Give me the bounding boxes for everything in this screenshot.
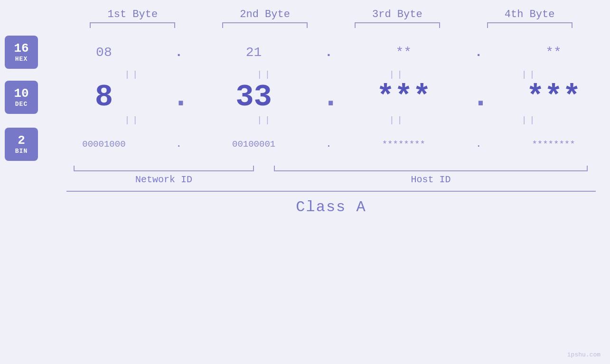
eq1-b1: ||	[85, 70, 180, 79]
dec-dot3: .	[471, 80, 486, 114]
bin-values: 00001000 . 00100001 . ******** . *******…	[38, 139, 610, 149]
hex-row: 16 HEX 08 . 21 . ** . **	[0, 36, 610, 69]
bin-row: 2 BIN 00001000 . 00100001 . ******** . *…	[0, 128, 610, 161]
hex-b1: 08	[59, 45, 149, 60]
hex-b2: 21	[209, 45, 299, 60]
hex-dot3: .	[471, 45, 486, 60]
equals-row-1: || || || ||	[0, 70, 610, 79]
eq2-b3: ||	[350, 115, 445, 125]
eq2-b2: ||	[217, 115, 312, 125]
bracket3	[350, 22, 445, 28]
network-bracket-line	[74, 166, 254, 171]
dec-badge-number: 10	[14, 87, 28, 101]
watermark: ipshu.com	[567, 351, 601, 358]
bracket3-line	[355, 22, 440, 28]
dec-row: 10 DEC 8 . 33 . *** . ***	[0, 80, 610, 114]
byte1-header: 1st Byte	[85, 9, 180, 20]
bin-b1: 00001000	[59, 139, 149, 149]
network-id-bracket: Network ID	[62, 166, 266, 185]
bin-b4: ********	[508, 139, 599, 149]
class-line	[66, 191, 596, 192]
dec-b4: ***	[508, 80, 599, 114]
dec-b2: 33	[209, 80, 299, 114]
eq1-b3: ||	[350, 70, 445, 79]
bin-b3: ********	[358, 139, 449, 149]
network-id-label: Network ID	[135, 174, 192, 185]
eq2-b4: ||	[482, 115, 577, 125]
class-label: Class A	[66, 198, 596, 216]
bracket2-line	[222, 22, 308, 28]
hex-b4: **	[508, 45, 599, 60]
class-footer: Class A	[0, 191, 610, 216]
top-brackets	[0, 22, 610, 28]
bottom-brackets-container: Network ID Host ID	[0, 166, 610, 185]
bracket4	[482, 22, 577, 28]
byte4-header: 4th Byte	[482, 9, 577, 20]
eq2-b1: ||	[85, 115, 180, 125]
host-id-bracket: Host ID	[266, 166, 596, 185]
hex-dot2: .	[321, 45, 336, 60]
bin-b2: 00100001	[209, 139, 299, 149]
hex-dot1: .	[172, 45, 186, 60]
bin-dot3: .	[471, 139, 486, 149]
host-bracket-line	[274, 166, 587, 171]
bin-badge: 2 BIN	[5, 128, 38, 161]
hex-badge: 16 HEX	[5, 36, 38, 69]
bin-dot1: .	[172, 139, 186, 149]
hex-badge-label: HEX	[15, 56, 28, 63]
bracket1	[85, 22, 180, 28]
byte-headers-row: 1st Byte 2nd Byte 3rd Byte 4th Byte	[0, 9, 610, 20]
eq1-b4: ||	[482, 70, 577, 79]
dec-dot2: .	[321, 80, 336, 114]
hex-b3: **	[358, 45, 449, 60]
bracket2	[217, 22, 312, 28]
eq1-b2: ||	[217, 70, 312, 79]
dec-dot1: .	[172, 80, 186, 114]
dec-values: 8 . 33 . *** . ***	[38, 80, 610, 114]
bracket1-line	[90, 22, 175, 28]
hex-badge-number: 16	[14, 42, 28, 56]
bin-dot2: .	[321, 139, 336, 149]
equals-row-2: || || || ||	[0, 115, 610, 125]
bin-badge-label: BIN	[15, 148, 28, 155]
host-id-label: Host ID	[411, 174, 450, 185]
main-container: 1st Byte 2nd Byte 3rd Byte 4th Byte 16 H…	[0, 0, 610, 364]
byte2-header: 2nd Byte	[217, 9, 312, 20]
dec-badge-label: DEC	[15, 101, 28, 108]
byte3-header: 3rd Byte	[350, 9, 445, 20]
bracket4-line	[487, 22, 572, 28]
hex-values: 08 . 21 . ** . **	[38, 45, 610, 60]
bin-badge-number: 2	[18, 134, 25, 148]
dec-badge: 10 DEC	[5, 81, 38, 114]
dec-b3: ***	[358, 80, 449, 114]
dec-b1: 8	[59, 80, 149, 114]
